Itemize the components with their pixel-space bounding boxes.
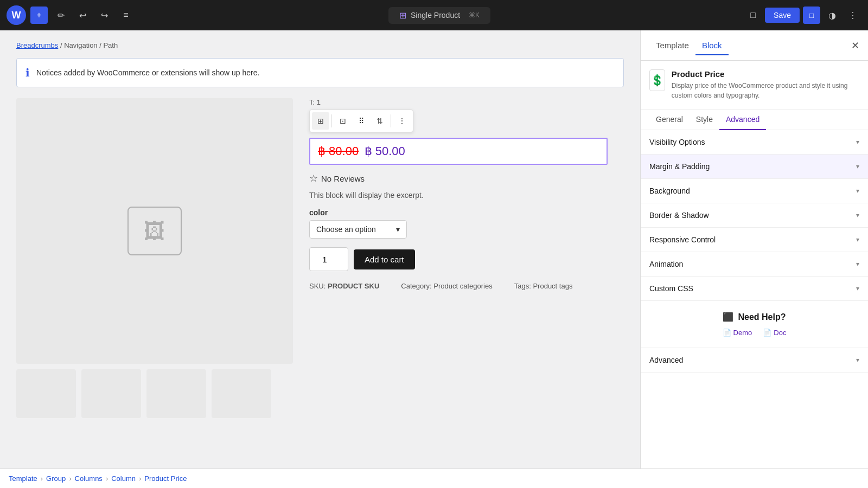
block-drag-button[interactable]: ⠿ xyxy=(353,112,370,130)
accordion-advanced-footer-label: Advanced xyxy=(649,356,683,364)
price-original: ฿ 80.00 xyxy=(318,144,359,158)
thumbnail-row xyxy=(16,369,624,418)
accordion-custom-css-header[interactable]: Custom CSS ▾ xyxy=(641,277,868,300)
accordion-advanced-footer: Advanced ▾ xyxy=(641,348,868,373)
breadcrumb-group[interactable]: Group xyxy=(46,474,66,483)
attribute-select[interactable]: Choose an option ▾ xyxy=(309,220,407,239)
accordion-visibility-header[interactable]: Visibility Options ▾ xyxy=(641,130,868,154)
need-help-icon: ⬛ xyxy=(723,312,733,322)
product-excerpt: This block will display the excerpt. xyxy=(309,191,608,200)
chevron-down-icon: ▾ xyxy=(856,211,859,219)
block-info-title: Product Price xyxy=(672,69,859,79)
breadcrumb-sep-2: › xyxy=(69,474,71,483)
notice-bar: ℹ Notices added by WooCommerce or extens… xyxy=(16,58,624,87)
doc-link[interactable]: 📄 Doc xyxy=(763,329,786,337)
thumbnail-2 xyxy=(81,369,141,418)
save-button[interactable]: Save xyxy=(765,8,800,23)
page-title: Single Product xyxy=(411,11,460,20)
sidebar-content: 💲 Product Price Display price of the Woo… xyxy=(641,61,868,468)
sku-label: SKU: xyxy=(309,282,326,290)
block-type-button[interactable]: ⊞ xyxy=(312,112,329,130)
page-icon: ⊞ xyxy=(399,10,406,21)
chevron-down-icon: ▾ xyxy=(396,225,400,234)
tab-block[interactable]: Block xyxy=(695,36,729,55)
accordion-responsive-label: Responsive Control xyxy=(649,235,716,244)
tab-advanced[interactable]: Advanced xyxy=(719,110,766,130)
thumbnail-1 xyxy=(16,369,76,418)
block-move-button[interactable]: ⇅ xyxy=(371,112,388,130)
wp-logo-icon: W xyxy=(7,5,26,25)
sku-meta: SKU: PRODUCT SKU xyxy=(309,282,379,290)
tab-general[interactable]: General xyxy=(649,110,690,130)
list-view-button[interactable]: ≡ xyxy=(117,7,135,24)
theme-button[interactable]: ◑ xyxy=(824,7,841,24)
accordion-border-header[interactable]: Border & Shadow ▾ xyxy=(641,203,868,227)
sidebar-header: Template Block ✕ xyxy=(641,30,868,61)
product-info-column: T: 1 ⊞ ⊡ ⠿ ⇅ ⋮ ฿ 80.00 ฿ 50.00 xyxy=(293,98,624,364)
accordion-responsive-control: Responsive Control ▾ xyxy=(641,228,868,252)
accordion-background-header[interactable]: Background ▾ xyxy=(641,179,868,203)
demo-link[interactable]: 📄 Demo xyxy=(723,329,752,337)
attribute-select-value: Choose an option xyxy=(316,225,376,234)
redo-button[interactable]: ↪ xyxy=(95,7,113,24)
accordion-animation-header[interactable]: Animation ▾ xyxy=(641,252,868,276)
sku-value: PRODUCT SKU xyxy=(328,282,379,290)
breadcrumb-template[interactable]: Template xyxy=(9,474,37,483)
notice-icon: ℹ xyxy=(25,66,30,79)
view-button[interactable]: □ xyxy=(744,7,762,24)
block-icon: 💲 xyxy=(649,69,665,91)
need-help-title: ⬛ Need Help? xyxy=(649,312,859,322)
thumbnail-4 xyxy=(212,369,271,418)
chevron-down-icon: ▾ xyxy=(856,163,859,170)
breadcrumb-column[interactable]: Column xyxy=(111,474,136,483)
tab-style[interactable]: Style xyxy=(690,110,719,130)
accordion-advanced-footer-header[interactable]: Advanced ▾ xyxy=(641,348,868,372)
reviews-text: No Reviews xyxy=(321,174,365,183)
product-area: 🖼 T: 1 ⊞ ⊡ ⠿ ⇅ ⋮ xyxy=(16,98,624,364)
page-title-pill[interactable]: ⊞ Single Product ⌘K xyxy=(388,7,490,24)
category-value: Product categories xyxy=(433,282,492,290)
tab-template[interactable]: Template xyxy=(649,36,695,55)
block-title-indicator: T: 1 xyxy=(309,98,608,106)
doc-icon: 📄 xyxy=(763,329,771,337)
topbar-right: □ Save □ ◑ ⋮ xyxy=(744,7,861,24)
image-icon: 🖼 xyxy=(144,219,165,243)
edit-mode-button[interactable]: ✏ xyxy=(52,7,69,24)
breadcrumb-columns[interactable]: Columns xyxy=(75,474,103,483)
price-sale: ฿ 50.00 xyxy=(365,144,405,158)
sidebar-toggle-button[interactable]: □ xyxy=(803,7,820,24)
chevron-down-icon: ▾ xyxy=(856,187,859,195)
sidebar-inner-tabs: General Style Advanced xyxy=(641,110,868,130)
price-block: ฿ 80.00 ฿ 50.00 xyxy=(309,138,608,165)
breadcrumb-sep-4: › xyxy=(139,474,141,483)
demo-icon: 📄 xyxy=(723,329,731,337)
undo-button[interactable]: ↩ xyxy=(74,7,91,24)
chevron-down-icon: ▾ xyxy=(856,356,859,364)
tags-meta: Tags: Product tags xyxy=(514,282,573,290)
canvas: Breadcrumbs / Navigation / Path ℹ Notice… xyxy=(0,30,640,468)
block-info: 💲 Product Price Display price of the Woo… xyxy=(641,61,868,110)
breadcrumb-product-price[interactable]: Product Price xyxy=(144,474,187,483)
chevron-down-icon: ▾ xyxy=(856,236,859,243)
accordion-custom-css: Custom CSS ▾ xyxy=(641,277,868,301)
block-more-button[interactable]: ⋮ xyxy=(393,112,411,130)
sidebar-close-button[interactable]: ✕ xyxy=(851,40,859,52)
category-meta: Category: Product categories xyxy=(401,282,492,290)
accordion-visibility-label: Visibility Options xyxy=(649,138,705,146)
block-edit-button[interactable]: ⊡ xyxy=(334,112,352,130)
tags-value: Product tags xyxy=(533,282,572,290)
accordion-animation: Animation ▾ xyxy=(641,252,868,277)
add-to-cart-button[interactable]: Add to cart xyxy=(354,249,415,269)
breadcrumb-link[interactable]: Breadcrumbs xyxy=(16,41,58,49)
add-block-button[interactable]: + xyxy=(30,7,48,24)
accordion-margin-header[interactable]: Margin & Padding ▾ xyxy=(641,155,868,178)
topbar-center: ⊞ Single Product ⌘K xyxy=(139,7,740,24)
quantity-input[interactable] xyxy=(309,247,348,271)
toolbar-divider xyxy=(331,114,332,127)
breadcrumb-sep-3: › xyxy=(106,474,108,483)
thumbnail-3 xyxy=(146,369,206,418)
accordion-responsive-header[interactable]: Responsive Control ▾ xyxy=(641,228,868,252)
main-layout: Breadcrumbs / Navigation / Path ℹ Notice… xyxy=(0,30,868,468)
accordion-visibility-options: Visibility Options ▾ xyxy=(641,130,868,155)
more-options-button[interactable]: ⋮ xyxy=(844,7,861,24)
